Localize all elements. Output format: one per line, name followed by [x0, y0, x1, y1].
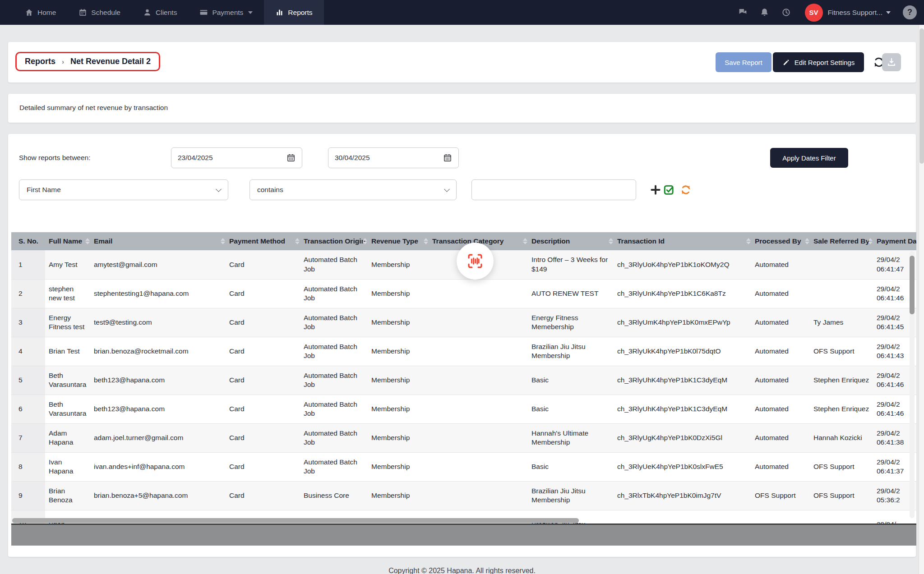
table-vertical-scrollbar[interactable]: [910, 251, 915, 518]
help-button[interactable]: ?: [903, 5, 917, 19]
column-header-sale-referred-by[interactable]: Sale Referred By: [810, 232, 873, 250]
cell-transaction-category: [429, 452, 528, 481]
column-header-sno[interactable]: S. No.: [11, 232, 45, 250]
date-to-input[interactable]: 30/04/2025: [328, 147, 459, 168]
filter-field-select[interactable]: First Name: [19, 179, 228, 200]
edit-report-settings-button[interactable]: Edit Report Settings: [773, 52, 864, 72]
column-header-revenue-type[interactable]: Revenue Type: [368, 232, 429, 250]
sort-icon[interactable]: [295, 238, 300, 244]
nav-item-clients[interactable]: Clients: [132, 0, 188, 25]
sort-icon[interactable]: [868, 238, 873, 244]
sort-icon[interactable]: [424, 238, 428, 244]
sort-icon[interactable]: [805, 238, 809, 244]
cell-description: Basic: [528, 395, 614, 423]
column-header-label: Email: [94, 237, 112, 245]
cell-processed-by: Automated: [751, 308, 810, 337]
table-horizontal-scrollbar[interactable]: [11, 518, 916, 523]
table-row: 2stephen new teststephentesting1@hapana.…: [11, 279, 916, 308]
page-scrollbar[interactable]: [919, 25, 924, 574]
filter-operator-select[interactable]: contains: [249, 179, 457, 200]
home-icon: [25, 8, 33, 17]
cell-payment-method: Card: [226, 337, 300, 366]
nav-item-schedule[interactable]: Schedule: [67, 0, 132, 25]
account-name: Fitness Support...: [828, 9, 882, 17]
column-header-processed-by[interactable]: Processed By: [751, 232, 810, 250]
sort-icon[interactable]: [363, 238, 367, 244]
cell-transaction-category: [429, 279, 528, 308]
cell-sale-referred-by: OFS Support: [810, 481, 873, 510]
column-header-email[interactable]: Email: [90, 232, 226, 250]
nav-item-payments[interactable]: Payments: [188, 0, 264, 25]
cell-transaction-id: ch_3RlyUnK4hpYeP1bK1C6Ka8Tz: [614, 279, 751, 308]
cell-revenue-type: Membership: [368, 250, 429, 279]
column-header-transaction-origin[interactable]: Transaction Origin: [300, 232, 368, 250]
column-header-description[interactable]: Description: [528, 232, 614, 250]
download-report-button[interactable]: [882, 53, 901, 71]
cell-description: Brazilian Jiu Jitsu Membership: [528, 481, 614, 510]
reset-filter-button[interactable]: [680, 184, 692, 196]
calendar-icon: [79, 8, 87, 17]
add-filter-button[interactable]: [650, 184, 661, 196]
chevron-down-icon: [886, 11, 891, 14]
pencil-icon: [782, 59, 790, 66]
check-square-icon: [663, 184, 675, 196]
breadcrumb-reports-link[interactable]: Reports: [25, 57, 55, 66]
table-row: 6Beth Varasuntarabeth123@hapana.comCardA…: [11, 395, 916, 423]
sort-icon[interactable]: [221, 238, 225, 244]
filter-value-input[interactable]: [471, 179, 636, 200]
filter-operator-value: contains: [257, 186, 283, 194]
cell-sno: 5: [11, 366, 45, 395]
sort-icon[interactable]: [85, 238, 90, 244]
table-footer-band: [11, 523, 916, 546]
account-menu[interactable]: Fitness Support...: [828, 9, 891, 17]
apply-dates-filter-button[interactable]: Apply Dates Filter: [770, 148, 848, 168]
cell-description: Intro Offer – 3 Weeks for $149: [528, 250, 614, 279]
nav-label: Schedule: [91, 9, 120, 17]
cell-description: Hannah's Ultimate Membership: [528, 423, 614, 452]
cell-email: beth123@hapana.com: [90, 395, 226, 423]
cell-full-name: Energy Fitness test: [45, 308, 90, 337]
bar-chart-icon: [275, 8, 284, 17]
date-range-label: Show reports between:: [19, 147, 91, 168]
column-header-label: Payment Method: [229, 237, 285, 245]
annotation-highlight: Reports › Net Revenue Detail 2: [15, 52, 160, 71]
scrollbar-thumb[interactable]: [910, 256, 915, 314]
report-description-card: Detailed summary of net revenue by trans…: [8, 94, 916, 123]
cell-transaction-category: [429, 308, 528, 337]
sort-icon[interactable]: [523, 238, 527, 244]
column-header-transaction-id[interactable]: Transaction Id: [614, 232, 751, 250]
cell-transaction-origin: Automated Batch Job: [300, 366, 368, 395]
column-header-payment-date[interactable]: Payment Date: [873, 232, 916, 250]
cell-sno: 3: [11, 308, 45, 337]
nav-menu: Home Schedule Clients Payments Reports: [14, 0, 324, 25]
sort-icon[interactable]: [609, 238, 613, 244]
apply-dates-filter-label: Apply Dates Filter: [782, 154, 836, 162]
cell-revenue-type: Membership: [368, 423, 429, 452]
chevron-down-icon: [248, 11, 253, 14]
cell-email: brian.benoza@rocketmail.com: [90, 337, 226, 366]
cell-full-name: Amy Test: [45, 250, 90, 279]
cell-transaction-origin: Automated Batch Job: [300, 337, 368, 366]
date-to-value: 30/04/2025: [335, 154, 370, 162]
history-button[interactable]: [781, 8, 791, 17]
date-from-input[interactable]: 23/04/2025: [171, 147, 302, 168]
scrollbar-thumb[interactable]: [919, 28, 924, 164]
nav-label: Reports: [288, 9, 312, 17]
nav-item-home[interactable]: Home: [14, 0, 67, 25]
column-header-full-name[interactable]: Full Name: [45, 232, 90, 250]
column-header-payment-method[interactable]: Payment Method: [226, 232, 300, 250]
apply-filter-button[interactable]: [663, 184, 675, 196]
notifications-button[interactable]: [760, 8, 769, 17]
page-title: Net Revenue Detail 2: [70, 57, 151, 66]
sort-icon[interactable]: [746, 238, 751, 244]
save-report-button[interactable]: Save Report: [716, 52, 772, 72]
cell-email: beth123@hapana.com: [90, 366, 226, 395]
avatar[interactable]: SV: [805, 4, 823, 22]
report-body-card: Show reports between: 23/04/2025 30/04/2…: [8, 134, 916, 557]
app-screen: Home Schedule Clients Payments Reports: [0, 0, 924, 574]
scrollbar-thumb[interactable]: [12, 518, 579, 523]
cell-processed-by: Automated: [751, 250, 810, 279]
cell-processed-by: Automated: [751, 452, 810, 481]
messages-button[interactable]: [738, 8, 748, 17]
nav-item-reports[interactable]: Reports: [264, 0, 323, 25]
